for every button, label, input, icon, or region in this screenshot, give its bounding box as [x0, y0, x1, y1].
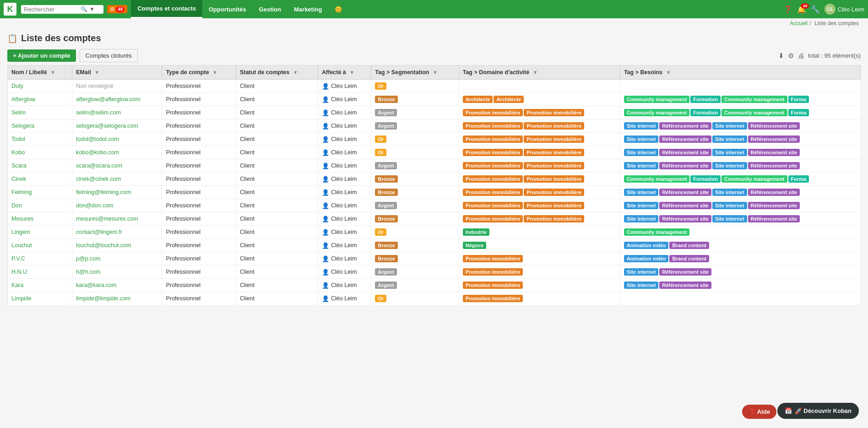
help-icon[interactable]: ❓: [783, 5, 792, 14]
email-link[interactable]: felming@felming.com: [76, 189, 131, 195]
besoins-tag: Site internet: [624, 162, 659, 169]
email-link[interactable]: limpide@limpide.com: [76, 295, 130, 302]
besoins-tag: Site internet: [624, 215, 659, 222]
account-besoins: Site internetRéférencement site: [620, 265, 860, 279]
user-icon: 👤: [322, 242, 329, 249]
account-besoins: Community managementFormationCommunity m…: [620, 93, 860, 106]
account-name-link[interactable]: Mesures: [11, 216, 33, 222]
filter-domaine-icon[interactable]: ▼: [533, 70, 538, 75]
account-name-link[interactable]: Louchut: [11, 242, 32, 249]
account-name-link[interactable]: Don: [11, 202, 22, 209]
email-link[interactable]: don@don.com: [76, 202, 114, 209]
breadcrumb-home[interactable]: Accueil: [790, 20, 808, 27]
domaine-tag: Promotion immobilière: [463, 162, 523, 169]
domaine-tag: Architecte: [494, 96, 524, 103]
account-name-link[interactable]: Selogera: [11, 123, 34, 129]
email-link[interactable]: selim@selim.com: [76, 109, 121, 116]
account-type: Professionnel: [162, 239, 236, 252]
filter-type-icon[interactable]: ▼: [212, 70, 217, 75]
account-name-link[interactable]: Selim: [11, 109, 26, 116]
account-type: Professionnel: [162, 159, 236, 173]
email-link[interactable]: todol@todol.com: [76, 136, 119, 142]
segmentation-tag: Bronze: [375, 215, 397, 222]
page-header: 📋 Liste des comptes: [0, 28, 868, 46]
filter-affecte-icon[interactable]: ▼: [349, 70, 354, 75]
besoins-tag: Site internet: [712, 202, 747, 209]
account-domaine: ArchitecteArchitecte: [459, 93, 620, 106]
account-name-link[interactable]: Lingem: [11, 229, 30, 235]
account-name-link[interactable]: Duty: [11, 83, 23, 89]
account-name-link[interactable]: P.V.C: [11, 255, 25, 262]
menu-item-opportunites[interactable]: Opportunités: [202, 0, 253, 18]
account-email: felming@felming.com: [72, 186, 162, 199]
account-domaine: Promotion immobilièrePromotion immobiliè…: [459, 173, 620, 186]
filter-seg-icon[interactable]: ▼: [433, 70, 438, 75]
account-affecte: 👤 Cléo Leim: [318, 292, 371, 305]
email-link[interactable]: kara@kara.com: [76, 282, 116, 288]
account-email: afterglow@afterglow.com: [72, 93, 162, 106]
account-name-link[interactable]: Kobo: [11, 149, 25, 156]
account-name-link[interactable]: Scara: [11, 163, 27, 169]
email-link[interactable]: mesures@mesures.com: [76, 216, 138, 222]
share-icon[interactable]: ⚙: [788, 52, 794, 60]
table-row: Louchutlouchut@louchut.comProfessionnelC…: [8, 239, 861, 252]
filter-icon[interactable]: ▼: [89, 6, 95, 12]
settings-icon[interactable]: 🔧: [811, 5, 820, 14]
account-name-link[interactable]: Limpide: [11, 295, 32, 302]
account-name-link[interactable]: H.N.U: [11, 269, 27, 275]
besoins-tag: Site internet: [624, 135, 659, 143]
account-besoins: Site internetRéférencement siteSite inte…: [620, 146, 860, 159]
account-name-link[interactable]: Felming: [11, 189, 32, 195]
user-icon: 👤: [322, 216, 329, 222]
account-domaine: Promotion immobilière: [459, 265, 620, 279]
filter-besoins-icon[interactable]: ▼: [666, 70, 671, 75]
filter-name-icon[interactable]: ▼: [50, 70, 55, 75]
email-link[interactable]: louchut@louchut.com: [76, 242, 131, 249]
user-icon: 👤: [322, 163, 329, 169]
filter-statut-icon[interactable]: ▼: [293, 70, 298, 75]
domaine-tag: Promotion immobilière: [463, 149, 523, 156]
email-link[interactable]: scara@scara.com: [76, 163, 122, 169]
domaine-tag: Promotion immobilière: [463, 282, 523, 289]
email-link[interactable]: h@h.com: [76, 269, 101, 275]
filter-email-icon[interactable]: ▼: [94, 70, 99, 75]
account-name-link[interactable]: Cinek: [11, 176, 26, 182]
table-row: P.V.Cp@p.comProfessionnelClient👤 Cléo Le…: [8, 252, 861, 265]
email-link[interactable]: p@p.com: [76, 255, 101, 262]
account-type: Professionnel: [162, 106, 236, 119]
print-icon[interactable]: 🖨: [797, 52, 804, 60]
account-name-link[interactable]: Kara: [11, 282, 23, 288]
search-input[interactable]: [24, 6, 79, 13]
total-count: total : 95 élément(s): [808, 52, 861, 59]
add-account-button[interactable]: + Ajouter un compte: [7, 49, 76, 62]
col-name: Nom / Libellé ▼: [8, 65, 72, 80]
nav-badge-button[interactable]: ⊞ 49: [107, 5, 127, 13]
menu-item-extra[interactable]: 😊: [328, 0, 348, 18]
account-type: Professionnel: [162, 279, 236, 292]
domaine-tag: Promotion immobilière: [524, 122, 584, 130]
grid-icon: ⊞: [110, 6, 114, 12]
account-type: Professionnel: [162, 199, 236, 212]
besoins-tag: Forma: [788, 175, 809, 183]
user-menu[interactable]: CL Cléo Leim: [825, 4, 864, 15]
menu-item-marketing[interactable]: Marketing: [288, 0, 328, 18]
domaine-tag: Promotion immobilière: [524, 215, 584, 222]
menu-item-comptes[interactable]: Comptes et contacts: [131, 0, 202, 18]
email-link[interactable]: selogera@selogera.com: [76, 123, 138, 129]
account-affecte: 👤 Cléo Leim: [318, 186, 371, 199]
email-link[interactable]: afterglow@afterglow.com: [76, 96, 141, 103]
email-link[interactable]: contact@lingem.fr: [76, 229, 122, 235]
account-name-link[interactable]: Todol: [11, 136, 25, 142]
user-icon: 👤: [322, 96, 329, 103]
notifications-icon[interactable]: 🔔 49: [797, 5, 806, 14]
account-statut: Client: [236, 173, 318, 186]
menu-item-gestion[interactable]: Gestion: [253, 0, 288, 18]
account-name-link[interactable]: Afterglow: [11, 96, 35, 103]
email-link[interactable]: kobo@kobo.com: [76, 149, 119, 156]
table-row: DutyNon renseignéProfessionnelClient👤 Cl…: [8, 80, 861, 93]
account-type: Professionnel: [162, 252, 236, 265]
clotured-button[interactable]: Comptes cloturés: [80, 49, 138, 62]
export-icon[interactable]: ⬇: [778, 52, 784, 60]
app-logo[interactable]: K: [4, 3, 16, 16]
email-link[interactable]: cinek@cinek.com: [76, 176, 121, 182]
